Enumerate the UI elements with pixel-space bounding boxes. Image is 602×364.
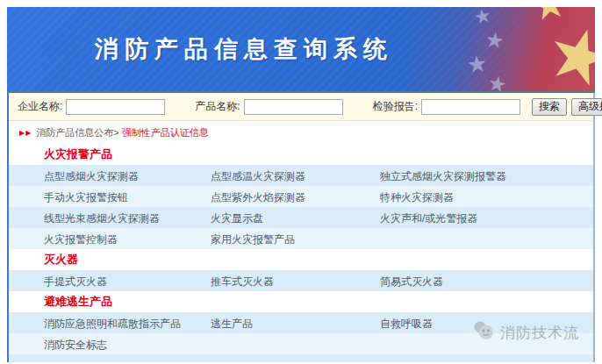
product-cell: 逃生产品 bbox=[211, 315, 380, 332]
product-name-label: 产品名称: bbox=[195, 99, 240, 114]
product-cell: 火灾报警控制器 bbox=[44, 231, 211, 247]
product-link[interactable]: 自救呼吸器 bbox=[380, 318, 433, 330]
watermark-logo-icon bbox=[472, 321, 495, 345]
product-link[interactable]: 火灾报警控制器 bbox=[44, 233, 118, 246]
product-link[interactable]: 逃生产品 bbox=[211, 318, 253, 330]
product-cell: 手提式灭火器 bbox=[44, 273, 211, 289]
product-row: 火灾报警控制器家用火灾报警产品 bbox=[9, 228, 593, 249]
breadcrumb-arrows-icon: ▶▶ bbox=[19, 129, 32, 137]
product-cell: 点型紫外火焰探测器 bbox=[211, 189, 380, 205]
product-link[interactable]: 消防应急照明和疏散指示产品 bbox=[44, 318, 181, 330]
product-cell: 线型光束感烟火灾探测器 bbox=[44, 210, 211, 226]
search-button[interactable]: 搜索 bbox=[532, 98, 567, 116]
page: ★ ★ ★ ★ ★ ★ 消防产品信息查询系统 企业名称: 产品名称: 检验报告:… bbox=[0, 0, 602, 364]
product-link[interactable]: 手动火灾报警按钮 bbox=[44, 191, 128, 203]
company-name-input[interactable] bbox=[66, 99, 165, 115]
product-link[interactable]: 简易式灭火器 bbox=[380, 275, 443, 288]
section-title: 灭火器 bbox=[9, 249, 593, 270]
watermark-text: 消防技术流 bbox=[500, 323, 579, 343]
inspection-report-label: 检验报告: bbox=[373, 99, 418, 114]
product-link[interactable]: 火灾显示盘 bbox=[211, 212, 263, 225]
product-cell: 消防应急照明和疏散指示产品 bbox=[44, 315, 211, 332]
product-cell: 家用火灾报警产品 bbox=[211, 231, 380, 247]
product-cell: 推车式灭火器 bbox=[211, 273, 380, 289]
section-title: 火灾报警产品 bbox=[9, 144, 593, 165]
bottom-strip bbox=[9, 354, 593, 362]
product-link[interactable]: 家用火灾报警产品 bbox=[211, 233, 295, 246]
faint-star-icon: ★ bbox=[484, 29, 505, 53]
advanced-search-button[interactable]: 高级搜索 bbox=[571, 98, 602, 116]
inspection-report-input[interactable] bbox=[421, 99, 520, 115]
product-name-input[interactable] bbox=[244, 99, 343, 115]
product-row: 线型光束感烟火灾探测器火灾显示盘火灾声和/或光警报器 bbox=[9, 207, 593, 228]
product-cell: 火灾显示盘 bbox=[211, 210, 380, 226]
faint-star-icon: ★ bbox=[486, 72, 508, 93]
product-cell: 点型感温火灾探测器 bbox=[211, 168, 380, 184]
product-row: 手提式灭火器推车式灭火器简易式灭火器 bbox=[9, 270, 593, 291]
breadcrumb-parent-link[interactable]: 消防产品信息公布> bbox=[36, 126, 118, 139]
product-link[interactable]: 线型光束感烟火灾探测器 bbox=[44, 212, 160, 225]
company-name-label: 企业名称: bbox=[18, 99, 62, 114]
product-link[interactable]: 点型紫外火焰探测器 bbox=[211, 191, 305, 203]
product-cell: 特种火灾探测器 bbox=[380, 189, 593, 205]
product-row: 点型感烟火灾探测器点型感温火灾探测器独立式感烟火灾探测报警器 bbox=[9, 165, 593, 186]
section-title: 避难逃生产品 bbox=[9, 291, 593, 312]
product-cell: 点型感烟火灾探测器 bbox=[44, 168, 211, 184]
product-link[interactable]: 特种火灾探测器 bbox=[380, 191, 454, 203]
breadcrumb: ▶▶ 消防产品信息公布> 强制性产品认证信息 bbox=[9, 121, 593, 144]
product-row: 手动火灾报警按钮点型紫外火焰探测器特种火灾探测器 bbox=[9, 186, 593, 207]
watermark: 消防技术流 bbox=[472, 321, 579, 345]
search-bar: 企业名称: 产品名称: 检验报告: 搜索 高级搜索 bbox=[9, 93, 593, 121]
product-cell: 独立式感烟火灾探测报警器 bbox=[380, 168, 593, 184]
product-link[interactable]: 独立式感烟火灾探测报警器 bbox=[380, 170, 506, 182]
product-link[interactable]: 手提式灭火器 bbox=[44, 275, 107, 288]
page-title: 消防产品信息查询系统 bbox=[7, 7, 481, 91]
product-link[interactable]: 点型感烟火灾探测器 bbox=[44, 170, 139, 182]
product-link[interactable]: 点型感温火灾探测器 bbox=[211, 170, 305, 182]
product-link[interactable]: 消防安全标志 bbox=[44, 339, 107, 351]
product-cell: 消防安全标志 bbox=[44, 336, 211, 353]
product-link[interactable]: 推车式灭火器 bbox=[211, 275, 274, 288]
banner: ★ ★ ★ ★ ★ ★ 消防产品信息查询系统 bbox=[7, 7, 595, 93]
product-link[interactable]: 火灾声和/或光警报器 bbox=[380, 212, 477, 225]
product-cell: 手动火灾报警按钮 bbox=[44, 189, 211, 205]
breadcrumb-current: 强制性产品认证信息 bbox=[122, 126, 209, 139]
product-cell: 火灾声和/或光警报器 bbox=[380, 210, 593, 226]
product-cell: 简易式灭火器 bbox=[380, 273, 593, 289]
